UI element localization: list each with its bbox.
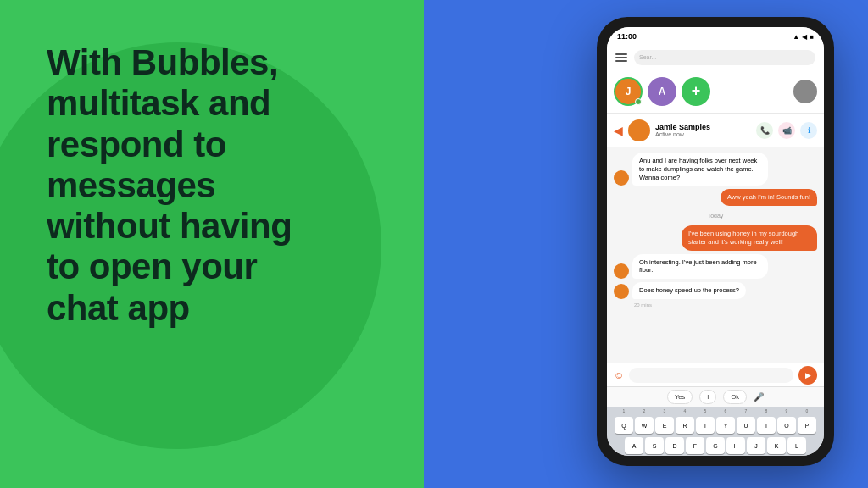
headline-content: With Bubbles, multitask and respond to m… bbox=[47, 42, 369, 329]
key-o[interactable]: O bbox=[777, 417, 796, 434]
key-t[interactable]: T bbox=[696, 417, 715, 434]
key-j[interactable]: J bbox=[747, 437, 765, 454]
mic-icon[interactable]: 🎤 bbox=[754, 392, 764, 402]
message-avatar-5 bbox=[614, 284, 629, 299]
headline-line2: multitask and bbox=[47, 83, 270, 123]
message-timestamp: 20 mins bbox=[634, 302, 817, 308]
chat-header: ◀ Jamie Samples Active now 📞 📹 ℹ bbox=[607, 114, 824, 147]
headline-line5: without having bbox=[47, 206, 292, 246]
menu-icon[interactable] bbox=[615, 53, 627, 62]
phone-outer-frame: 11:00 ▲ ◀ ■ Sear... J bbox=[597, 17, 834, 466]
smart-replies-row: Yes I Ok 🎤 bbox=[607, 386, 824, 407]
key-r[interactable]: R bbox=[676, 417, 694, 434]
headline-line3: respond to bbox=[47, 125, 226, 164]
chat-contact-avatar bbox=[628, 119, 650, 141]
smart-reply-i[interactable]: I bbox=[699, 390, 716, 404]
status-bar: 11:00 ▲ ◀ ■ bbox=[607, 27, 824, 46]
send-button[interactable]: ▶ bbox=[798, 366, 817, 385]
keyboard: 1 2 3 4 5 6 7 8 9 0 Q W E R T Y bbox=[607, 407, 824, 456]
key-h[interactable]: H bbox=[726, 437, 745, 454]
key-d[interactable]: D bbox=[665, 437, 684, 454]
message-row-1: Anu and I are having folks over next wee… bbox=[614, 152, 817, 186]
message-row-4: Oh interesting. I've just been adding mo… bbox=[614, 254, 817, 280]
call-button[interactable]: 📞 bbox=[756, 122, 773, 139]
messages-area: Anu and I are having folks over next wee… bbox=[607, 147, 824, 363]
key-g[interactable]: G bbox=[706, 437, 725, 454]
message-avatar-1 bbox=[614, 170, 629, 186]
app-bar: Sear... bbox=[607, 46, 824, 69]
message-bubble-3: I've been using honey in my sourdough st… bbox=[682, 225, 817, 251]
smart-reply-yes[interactable]: Yes bbox=[667, 390, 693, 404]
status-icons: ▲ ◀ ■ bbox=[793, 33, 814, 41]
info-button[interactable]: ℹ bbox=[800, 122, 817, 139]
key-u[interactable]: U bbox=[737, 417, 755, 434]
battery-icon: ■ bbox=[810, 33, 814, 41]
keyboard-row-1: Q W E R T Y U I O P bbox=[607, 415, 824, 435]
key-s[interactable]: S bbox=[645, 437, 664, 454]
contact-avatar-1[interactable]: J bbox=[614, 77, 643, 106]
add-bubble-button[interactable]: + bbox=[682, 77, 710, 106]
key-k[interactable]: K bbox=[767, 437, 786, 454]
headline-line7: chat app bbox=[47, 288, 190, 328]
phone-mockup: 11:00 ▲ ◀ ■ Sear... J bbox=[597, 17, 843, 474]
message-avatar-4 bbox=[614, 263, 629, 279]
message-row-5: Does honey speed up the process? bbox=[614, 282, 817, 299]
message-bubble-2: Aww yeah I'm in! Sounds fun! bbox=[721, 189, 817, 206]
search-bar[interactable]: Sear... bbox=[634, 50, 815, 65]
emoji-icon[interactable]: ☺ bbox=[614, 369, 624, 381]
message-bubble-5: Does honey speed up the process? bbox=[632, 282, 746, 299]
smart-reply-ok[interactable]: Ok bbox=[723, 390, 747, 404]
keyboard-numbers-row: 1 2 3 4 5 6 7 8 9 0 bbox=[607, 407, 824, 415]
headline-line4: messages bbox=[47, 165, 215, 205]
message-bubble-4: Oh interesting. I've just been adding mo… bbox=[632, 254, 768, 280]
account-avatar[interactable] bbox=[793, 80, 817, 103]
key-a[interactable]: A bbox=[625, 437, 643, 454]
chat-info: Jamie Samples Active now bbox=[655, 123, 751, 137]
message-bubble-1: Anu and I are having folks over next wee… bbox=[632, 152, 768, 186]
key-q[interactable]: Q bbox=[615, 417, 633, 434]
status-time: 11:00 bbox=[617, 32, 637, 41]
key-l[interactable]: L bbox=[787, 437, 806, 454]
key-e[interactable]: E bbox=[655, 417, 674, 434]
headline-line1: With Bubbles, bbox=[47, 42, 278, 82]
contact-avatar-2[interactable]: A bbox=[648, 77, 676, 106]
key-p[interactable]: P bbox=[798, 417, 816, 434]
headline-line6: to open your bbox=[47, 247, 257, 286]
contacts-row: J A + bbox=[607, 69, 824, 114]
avatar-2: A bbox=[648, 77, 676, 106]
online-indicator bbox=[635, 98, 642, 105]
video-button[interactable]: 📹 bbox=[778, 122, 795, 139]
key-f[interactable]: F bbox=[686, 437, 704, 454]
key-y[interactable]: Y bbox=[716, 417, 735, 434]
key-i[interactable]: I bbox=[757, 417, 776, 434]
chat-actions: 📞 📹 ℹ bbox=[756, 122, 817, 139]
signal-icon: ▲ bbox=[793, 33, 799, 41]
chat-contact-status: Active now bbox=[655, 131, 751, 137]
wifi-icon: ◀ bbox=[802, 33, 807, 41]
back-button[interactable]: ◀ bbox=[614, 124, 623, 137]
message-row-2: Aww yeah I'm in! Sounds fun! bbox=[614, 189, 817, 206]
search-placeholder: Sear... bbox=[639, 54, 656, 60]
date-divider: Today bbox=[614, 213, 817, 219]
chat-contact-name: Jamie Samples bbox=[655, 123, 751, 131]
key-w[interactable]: W bbox=[635, 417, 654, 434]
keyboard-row-2: A S D F G H J K L bbox=[607, 435, 824, 456]
message-input-area: ☺ ▶ bbox=[607, 363, 824, 386]
message-input-field[interactable] bbox=[629, 368, 793, 383]
headline-text: With Bubbles, multitask and respond to m… bbox=[47, 42, 369, 329]
phone-screen: 11:00 ▲ ◀ ■ Sear... J bbox=[607, 27, 824, 456]
message-row-3: I've been using honey in my sourdough st… bbox=[614, 225, 817, 251]
